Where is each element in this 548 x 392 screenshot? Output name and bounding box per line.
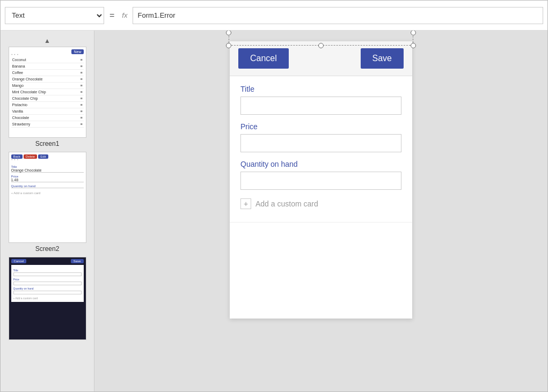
screen1-thumbnail: ··· New Coconut≡ Banana≡ Coffee≡ Orange … bbox=[9, 47, 86, 138]
canvas-area: Cancel Save Title Price Quantity on hand… bbox=[94, 31, 547, 392]
screen2-header: Back Delete Edit bbox=[11, 154, 84, 159]
screen3-title-label: Title bbox=[13, 269, 82, 272]
formula-input[interactable] bbox=[133, 7, 543, 24]
screen3-save-btn: Save bbox=[71, 259, 84, 263]
form-body: Title Price Quantity on hand + Add a cus… bbox=[230, 76, 412, 222]
left-panel: ▲ ··· New Coconut≡ Banana≡ Coffee≡ Orang… bbox=[1, 31, 94, 392]
screen2-content: Title Orange Chocolate Price 1.48 Quanti… bbox=[11, 163, 84, 195]
screen3-qty-input bbox=[13, 291, 82, 294]
title-field-label: Title bbox=[240, 85, 401, 93]
quantity-field-input[interactable] bbox=[240, 172, 401, 190]
screen2-qty-value bbox=[11, 188, 84, 188]
quantity-field-label: Quantity on hand bbox=[240, 160, 401, 168]
screen2-thumbnail: ··· Back Delete Edit Title Orange Chocol… bbox=[9, 152, 86, 243]
scroll-up-button[interactable]: ▲ bbox=[3, 35, 92, 47]
screen2-back-btn: Back bbox=[11, 154, 23, 159]
screen3-header: Cancel Save bbox=[9, 257, 86, 265]
property-selector[interactable]: Text bbox=[5, 7, 104, 24]
plus-icon: + bbox=[240, 198, 251, 209]
fx-label: fx bbox=[120, 11, 129, 19]
list-item: Chocolate Chip≡ bbox=[11, 95, 84, 102]
main-layout: ▲ ··· New Coconut≡ Banana≡ Coffee≡ Orang… bbox=[1, 31, 547, 392]
cancel-button[interactable]: Cancel bbox=[238, 48, 289, 69]
screen3-thumbnail: ··· Cancel Save Title Price Quantity on … bbox=[9, 257, 86, 340]
screen2-add-card: + Add a custom card bbox=[11, 191, 84, 195]
list-item: Vanilla≡ bbox=[11, 108, 84, 115]
save-button[interactable]: Save bbox=[361, 48, 404, 69]
form-canvas: Cancel Save Title Price Quantity on hand… bbox=[230, 41, 412, 319]
screen2-delete-btn: Delete bbox=[24, 154, 37, 159]
price-field-label: Price bbox=[240, 122, 401, 131]
screen1-item[interactable]: ··· New Coconut≡ Banana≡ Coffee≡ Orange … bbox=[3, 47, 92, 147]
screen3-qty-label: Quantity on hand bbox=[13, 287, 82, 290]
screen3-form: Title Price Quantity on hand + Add a cus… bbox=[11, 265, 84, 302]
screen1-new-badge: New bbox=[71, 49, 83, 54]
formula-bar: Text = fx bbox=[1, 1, 547, 31]
form-footer bbox=[230, 222, 412, 319]
list-item: Coffee≡ bbox=[11, 70, 84, 76]
list-item: Pistachio≡ bbox=[11, 102, 84, 108]
screen1-label: Screen1 bbox=[35, 140, 60, 147]
title-field-input[interactable] bbox=[240, 97, 401, 115]
screen3-add-card: + Add a custom card bbox=[13, 297, 82, 300]
list-item: Chocolate≡ bbox=[11, 115, 84, 121]
handle-ml[interactable] bbox=[226, 31, 231, 35]
form-header-container: Cancel Save bbox=[230, 41, 412, 76]
screen3-item[interactable]: ··· Cancel Save Title Price Quantity on … bbox=[3, 257, 92, 340]
equals-symbol: = bbox=[107, 11, 116, 20]
list-item: Mint Chocolate Chip≡ bbox=[11, 89, 84, 95]
screen2-price-value: 1.48 bbox=[11, 178, 84, 182]
screen3-title-input bbox=[13, 272, 82, 276]
list-item: Orange Chocolate≡ bbox=[11, 76, 84, 83]
screen2-edit-btn: Edit bbox=[38, 154, 48, 159]
price-field-input[interactable] bbox=[240, 134, 401, 152]
list-item: Coconut≡ bbox=[11, 57, 84, 63]
add-custom-card[interactable]: + Add a custom card bbox=[240, 190, 401, 213]
list-item: Strawberry≡ bbox=[11, 121, 84, 128]
handle-mr[interactable] bbox=[411, 31, 416, 35]
list-item: Banana≡ bbox=[11, 63, 84, 70]
screen2-item[interactable]: ··· Back Delete Edit Title Orange Chocol… bbox=[3, 152, 92, 253]
screen2-label: Screen2 bbox=[35, 245, 60, 253]
add-custom-card-label: Add a custom card bbox=[255, 199, 318, 208]
screen3-dots: ··· bbox=[11, 259, 19, 265]
screen3-price-label: Price bbox=[13, 278, 82, 281]
screen2-title-value: Orange Chocolate bbox=[11, 168, 84, 173]
screen3-price-input bbox=[13, 282, 82, 285]
list-item: Mango≡ bbox=[11, 83, 84, 89]
screen1-list: Coconut≡ Banana≡ Coffee≡ Orange Chocolat… bbox=[11, 57, 84, 128]
